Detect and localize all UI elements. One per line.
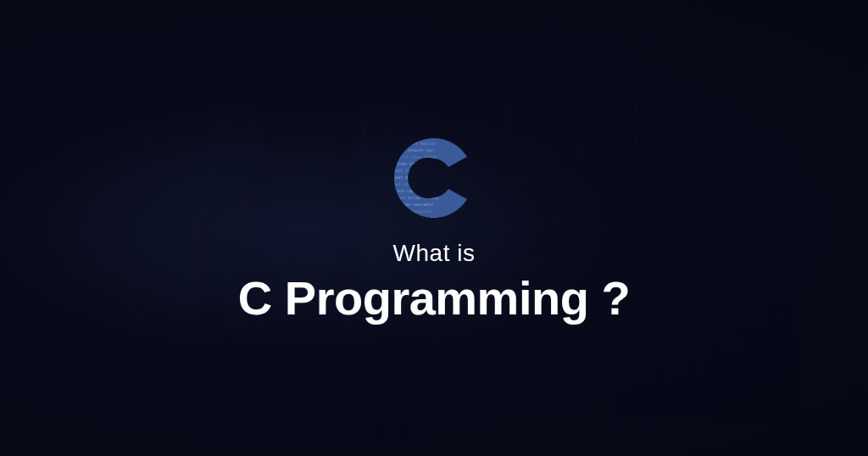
hero-content: int main void char printf scanf malloc s… bbox=[238, 131, 630, 325]
hero-banner: #include <stdio.h> int main() { printf("… bbox=[0, 0, 868, 456]
c-logo-icon: int main void char printf scanf malloc s… bbox=[387, 131, 481, 225]
hero-subtitle: What is bbox=[393, 240, 476, 267]
laptop-silhouette bbox=[609, 303, 800, 420]
hero-title: C Programming ? bbox=[238, 270, 630, 325]
